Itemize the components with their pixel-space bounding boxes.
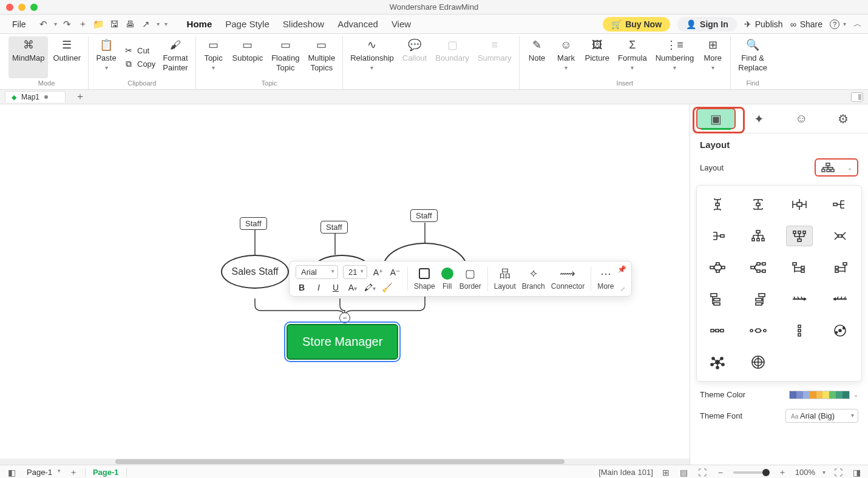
- qat-more-icon[interactable]: ▾: [164, 21, 168, 27]
- layout-option-13[interactable]: [704, 289, 731, 309]
- pin-icon[interactable]: 📌: [617, 265, 626, 274]
- decrease-font-icon[interactable]: A⁻: [389, 268, 401, 277]
- expand-toolbar-icon[interactable]: ⤢: [620, 286, 625, 292]
- add-page-icon[interactable]: ＋: [68, 467, 79, 478]
- panel-tab-emoji[interactable]: ☺: [783, 108, 820, 129]
- note-button[interactable]: ✎Note: [523, 36, 551, 78]
- numbering-button[interactable]: ⋮≡Numbering▾: [652, 36, 698, 78]
- picture-button[interactable]: 🖼Picture: [581, 36, 613, 78]
- tab-home[interactable]: Home: [186, 16, 214, 32]
- file-menu[interactable]: File: [6, 17, 32, 32]
- mark-button[interactable]: ☺Mark▾: [552, 36, 580, 78]
- underline-button[interactable]: U: [330, 283, 342, 292]
- node-staff-1[interactable]: Staff: [240, 217, 267, 230]
- mindmap-button[interactable]: ⌘MindMap: [8, 36, 48, 78]
- panel-tab-style[interactable]: ✦: [741, 108, 778, 129]
- floating-topic-button[interactable]: ▭Floating Topic: [268, 36, 303, 78]
- fill-button[interactable]: Fill: [441, 268, 453, 291]
- topic-button[interactable]: ▭Topic▾: [200, 36, 228, 78]
- undo-icon[interactable]: ↶: [38, 19, 49, 30]
- page-tab[interactable]: Page-1: [85, 468, 127, 477]
- clear-format-button[interactable]: 🧹: [381, 283, 393, 292]
- copy-button[interactable]: ⧉Copy: [121, 58, 158, 70]
- relationship-button[interactable]: ∿Relationship▾: [347, 36, 398, 78]
- node-store-manager[interactable]: Store Manager: [287, 324, 398, 360]
- view-mode-1-icon[interactable]: ⊞: [660, 468, 671, 477]
- cut-button[interactable]: ✂Cut: [121, 44, 158, 56]
- more-button[interactable]: ⊞More▾: [699, 36, 727, 78]
- zoom-level[interactable]: 100%: [795, 468, 815, 477]
- layout-option-9[interactable]: [704, 257, 731, 278]
- view-mode-2-icon[interactable]: ▤: [679, 468, 690, 477]
- sign-in-button[interactable]: 👤 Sign In: [677, 17, 737, 32]
- layout-option-1[interactable]: [704, 194, 731, 215]
- new-icon[interactable]: ＋: [78, 19, 89, 30]
- export-icon[interactable]: ↗: [141, 19, 152, 30]
- doc-tab-map1[interactable]: ◆ Map1: [5, 91, 66, 103]
- border-button[interactable]: ▢Border: [459, 268, 481, 291]
- publish-button[interactable]: ✈ Publish: [744, 19, 783, 29]
- formula-button[interactable]: ΣFormula▾: [614, 36, 651, 78]
- canvas[interactable]: Staff Staff Staff Sales Staff − Store Ma…: [0, 104, 690, 465]
- layout-option-10[interactable]: [745, 257, 771, 278]
- node-staff-3[interactable]: Staff: [410, 209, 438, 222]
- layout-option-17[interactable]: [704, 320, 731, 341]
- increase-font-icon[interactable]: A⁺: [372, 268, 384, 277]
- minimize-dot[interactable]: [18, 4, 25, 11]
- connector-button[interactable]: ⟿Connector: [551, 268, 585, 291]
- sidebar-toggle-icon[interactable]: ◧: [6, 468, 17, 477]
- close-dot[interactable]: [6, 4, 13, 11]
- collapse-toggle[interactable]: −: [339, 312, 350, 323]
- format-painter-button[interactable]: 🖌Format Painter: [159, 36, 191, 78]
- page-dropdown[interactable]: Page-1: [23, 466, 62, 478]
- layout-option-5[interactable]: [704, 226, 731, 246]
- fullscreen-icon[interactable]: ⛶: [833, 468, 844, 477]
- multiple-topics-button[interactable]: ▭Multiple Topics: [304, 36, 339, 78]
- save-icon[interactable]: 🖫: [109, 19, 120, 30]
- zoom-out-icon[interactable]: −: [715, 468, 726, 477]
- layout-option-2[interactable]: [745, 194, 771, 215]
- layout-option-8[interactable]: [827, 226, 853, 246]
- horizontal-scrollbar[interactable]: [0, 459, 690, 465]
- maximize-dot[interactable]: [30, 4, 38, 11]
- redo-icon[interactable]: ↷: [62, 19, 73, 30]
- panel-toggle-icon[interactable]: ◨: [851, 468, 862, 477]
- layout-option-16[interactable]: [827, 289, 853, 309]
- layout-dropdown[interactable]: ⌄: [815, 158, 858, 177]
- layout-option-19[interactable]: [786, 320, 813, 341]
- layout-option-22[interactable]: [745, 352, 771, 372]
- layout-option-11[interactable]: [786, 257, 813, 278]
- theme-font-select[interactable]: Aa Arial (Big): [785, 409, 858, 423]
- font-color-button[interactable]: A▾: [347, 283, 359, 292]
- zoom-slider[interactable]: [733, 471, 770, 474]
- layout-option-20[interactable]: [827, 320, 853, 341]
- bold-button[interactable]: B: [296, 283, 308, 292]
- tab-view[interactable]: View: [390, 16, 412, 32]
- zoom-in-icon[interactable]: ＋: [777, 467, 788, 478]
- node-sales-staff[interactable]: Sales Staff: [221, 255, 289, 289]
- layout-option-3[interactable]: [786, 194, 813, 215]
- branch-button[interactable]: ⟡Branch: [522, 268, 545, 291]
- layout-option-14[interactable]: [745, 289, 771, 309]
- panel-tab-layout[interactable]: ▣: [696, 108, 736, 129]
- layout-option-7[interactable]: [786, 226, 813, 246]
- italic-button[interactable]: I: [313, 283, 325, 292]
- paste-button[interactable]: 📋Paste▾: [92, 36, 120, 78]
- help-button[interactable]: ? ▾: [830, 19, 846, 29]
- collapse-ribbon-icon[interactable]: ︿: [853, 19, 862, 30]
- tab-advanced[interactable]: Advanced: [336, 16, 379, 32]
- tab-slideshow[interactable]: Slideshow: [282, 16, 325, 32]
- add-doc-tab[interactable]: ＋: [70, 90, 90, 103]
- layout-option-12[interactable]: [827, 257, 853, 278]
- print-icon[interactable]: 🖶: [125, 19, 136, 30]
- layout-option-4[interactable]: [827, 194, 853, 215]
- outliner-button[interactable]: ☰Outliner: [49, 36, 84, 78]
- font-size-select[interactable]: 21: [343, 265, 367, 279]
- layout-button[interactable]: 品Layout: [494, 268, 516, 291]
- theme-color-swatch[interactable]: [789, 391, 850, 399]
- panel-tab-settings[interactable]: ⚙: [825, 108, 862, 129]
- share-button[interactable]: ∞ Share: [790, 19, 822, 29]
- subtopic-button[interactable]: ▭Subtopic: [229, 36, 267, 78]
- buy-now-button[interactable]: 🛒 Buy Now: [603, 17, 670, 32]
- chevron-down-icon[interactable]: ⌄: [853, 391, 858, 398]
